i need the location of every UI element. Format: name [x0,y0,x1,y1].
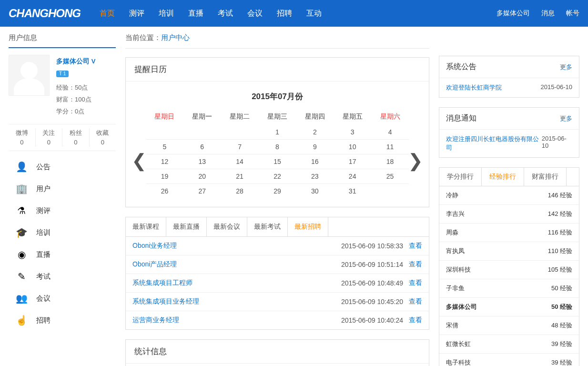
calendar-prev-icon[interactable]: ❮ [132,152,147,170]
view-link[interactable]: 查看 [409,316,422,325]
avatar[interactable] [9,55,50,96]
calendar-day [183,125,221,140]
calendar-day[interactable]: 31 [334,184,371,199]
breadcrumb-link[interactable]: 用户中心 [161,33,190,41]
rank-value: 116 经验 [548,228,572,237]
view-link[interactable]: 查看 [409,260,422,269]
calendar-day[interactable]: 19 [146,169,183,184]
rank-item[interactable]: 深圳科技105 经验 [439,261,579,279]
menu-item[interactable]: ✎考试 [9,265,116,287]
calendar-day[interactable]: 28 [221,184,259,199]
calendar-next-icon[interactable]: ❯ [408,152,423,170]
nav-right-item[interactable]: 帐号 [566,9,579,18]
rank-item[interactable]: 周淼116 经验 [439,224,579,242]
calendar-day[interactable]: 6 [183,140,221,154]
latest-tab[interactable]: 最新课程 [126,217,166,236]
calendar-day[interactable]: 12 [146,154,183,169]
calendar-day[interactable]: 13 [183,154,221,169]
nav-item[interactable]: 测评 [129,9,144,19]
calendar-day[interactable]: 9 [296,140,334,154]
calendar-day[interactable]: 8 [259,140,296,154]
social-cell[interactable]: 收藏0 [90,128,116,147]
menu-item[interactable]: 👥会议 [9,287,116,309]
brand-logo[interactable]: CHANGHONG [9,7,81,20]
calendar-day[interactable]: 20 [183,169,221,184]
calendar-day[interactable]: 5 [146,140,183,154]
calendar-day[interactable]: 1 [259,125,296,140]
rank-item[interactable]: 虹微长虹39 经验 [439,335,579,354]
rank-tab[interactable]: 财富排行 [524,168,567,186]
nav-item[interactable]: 互动 [306,9,322,19]
calendar-day[interactable]: 14 [221,154,259,169]
calendar-day[interactable]: 23 [296,169,334,184]
nav-right-item[interactable]: 消息 [541,9,555,18]
social-cell[interactable]: 粉丝0 [62,128,90,147]
latest-tab[interactable]: 最新招聘 [288,217,328,236]
nav-item[interactable]: 会议 [247,9,263,19]
social-cell[interactable]: 关注0 [36,128,63,147]
rank-item[interactable]: 冷静146 经验 [439,186,579,205]
calendar-day[interactable]: 24 [334,169,371,184]
calendar-day[interactable]: 29 [259,184,296,199]
rank-tab[interactable]: 经验排行 [482,168,524,186]
menu-item[interactable]: ◉直播 [9,244,116,265]
calendar-day[interactable]: 26 [146,184,183,199]
view-link[interactable]: 查看 [409,242,422,250]
latest-tab[interactable]: 最新直播 [166,217,207,236]
calendar-day[interactable]: 2 [296,125,334,140]
item-title[interactable]: Oboni业务经理 [132,242,341,250]
rank-item[interactable]: 李吉兴142 经验 [439,205,579,224]
calendar-day[interactable]: 16 [296,154,334,169]
item-title[interactable]: 运营商业务经理 [132,316,341,325]
notice-link[interactable]: 欢迎登陆长虹商学院 [446,83,502,92]
rank-item[interactable]: 子非鱼50 经验 [439,279,579,298]
calendar-day[interactable]: 10 [334,140,371,154]
nav-item[interactable]: 首页 [100,9,115,19]
calendar-day[interactable]: 27 [183,184,221,199]
item-title[interactable]: Oboni产品经理 [132,260,341,269]
calendar-day[interactable]: 11 [371,140,409,154]
view-link[interactable]: 查看 [409,279,422,287]
menu-item[interactable]: ⚗测评 [9,200,116,222]
menu-item[interactable]: 👤公告 [9,156,116,178]
calendar-day[interactable]: 3 [334,125,371,140]
calendar-day[interactable]: 17 [334,154,371,169]
menu-label: 招聘 [36,316,51,325]
profile-name[interactable]: 多媒体公司 [56,57,90,65]
calendar-day[interactable]: 22 [259,169,296,184]
msgs-more[interactable]: 更多 [560,114,572,123]
menu-item[interactable]: 🎓培训 [9,222,116,244]
rank-item[interactable]: 宋倩48 经验 [439,316,579,335]
rank-name: 深圳科技 [446,265,471,274]
calendar-day[interactable]: 18 [371,154,409,169]
list-item: Oboni产品经理2015-06-09 10:51:14查看 [126,255,429,274]
rank-item[interactable]: 多媒体公司50 经验 [439,298,579,316]
menu-item[interactable]: 🏢用户 [9,178,116,200]
item-title[interactable]: 系统集成项目业务经理 [132,297,341,306]
view-link[interactable]: 查看 [409,297,422,306]
item-title[interactable]: 系统集成项目工程师 [132,279,341,287]
calendar-day[interactable]: 4 [371,125,409,140]
nav-item[interactable]: 招聘 [277,9,292,19]
latest-tab[interactable]: 最新考试 [247,217,288,236]
calendar-day[interactable]: 21 [221,169,259,184]
calendar-day[interactable]: 30 [296,184,334,199]
social-cell[interactable]: 微博0 [9,128,36,147]
calendar-day[interactable]: 25 [371,169,409,184]
nav-item[interactable]: 考试 [218,9,233,19]
rank-item[interactable]: 电子科技39 经验 [439,354,579,366]
rank-item[interactable]: 宵执凤110 经验 [439,242,579,261]
nav-item[interactable]: 培训 [159,9,174,19]
calendar-day[interactable]: 15 [259,154,296,169]
sidebar-menu: 👤公告🏢用户⚗测评🎓培训◉直播✎考试👥会议☝招聘 [9,156,116,331]
latest-tab[interactable]: 最新会议 [207,217,247,236]
rank-tab[interactable]: 学分排行 [439,168,482,186]
menu-item[interactable]: ☝招聘 [9,309,116,331]
announce-more[interactable]: 更多 [560,63,572,71]
rank-name: 宵执凤 [446,247,465,255]
nav-item[interactable]: 直播 [188,9,203,19]
calendar-day[interactable]: 7 [221,140,259,154]
weekday-header: 星期四 [296,109,334,125]
nav-right-item[interactable]: 多媒体公司 [497,9,530,18]
notice-link[interactable]: 欢迎注册四川长虹电器股份有限公司 [446,135,542,152]
